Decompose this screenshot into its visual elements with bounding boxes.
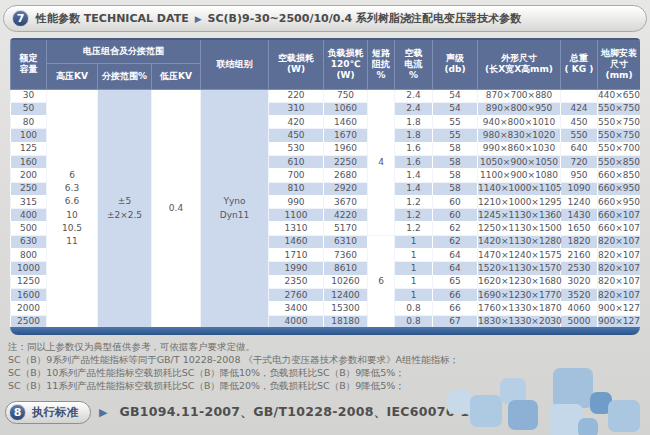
cell-foundation: 550×750 bbox=[598, 116, 640, 129]
cell-dimensions: 890×800×950 bbox=[478, 102, 561, 115]
page-subtitle: SC(B)9-30~2500/10/0.4 系列树脂浇注配电变压器技术参数 bbox=[208, 11, 521, 26]
cell-foundation: 660×950 bbox=[598, 195, 640, 208]
cell-sound-level: 62 bbox=[433, 235, 478, 248]
cell-no-load-current: 1.2 bbox=[395, 209, 433, 222]
cell-weight: 640 bbox=[561, 142, 598, 155]
cell-no-load-loss: 810 bbox=[269, 182, 324, 195]
table-bottom-accent-bar bbox=[10, 327, 640, 335]
cell-load-loss: 2680 bbox=[324, 169, 368, 182]
cell-no-load-current: 1.6 bbox=[395, 155, 433, 168]
cell-no-load-loss: 990 bbox=[269, 195, 324, 208]
cell-sound-level: 58 bbox=[433, 169, 478, 182]
cell-dimensions: 1690×1230×1770 bbox=[478, 288, 561, 301]
cell-capacity: 125 bbox=[11, 142, 47, 155]
decor-square bbox=[447, 390, 471, 414]
cell-foundation: 820×1070 bbox=[598, 262, 640, 275]
spec-table-body: 3066.36.61010.511±5±2×2.50.4YynoDyn11220… bbox=[11, 89, 641, 328]
cell-capacity: 160 bbox=[11, 155, 47, 168]
cell-foundation: 820×1070 bbox=[598, 288, 640, 301]
cell-weight: 550 bbox=[561, 129, 598, 142]
col-header-dimensions: 外形尺寸 (长X宽X高mm) bbox=[478, 39, 561, 89]
decor-square bbox=[553, 368, 593, 408]
cell-no-load-current: 1 bbox=[395, 249, 433, 262]
cell-sound-level: 54 bbox=[433, 89, 478, 102]
cell-no-load-current: 1 bbox=[395, 288, 433, 301]
cell-load-loss: 10260 bbox=[324, 275, 368, 288]
decor-square bbox=[470, 395, 502, 427]
note-line: 注：同以上参数仅为典型值供参考，可依据客户要求定做。 bbox=[8, 340, 459, 353]
cell-load-loss: 15300 bbox=[324, 302, 368, 315]
cell-weight: 2530 bbox=[561, 262, 598, 275]
col-header-foundation: 地脚安装 尺寸(mm) bbox=[598, 39, 640, 89]
cell-dimensions: 1470×1240×1575 bbox=[478, 249, 561, 262]
cell-sound-level: 60 bbox=[433, 209, 478, 222]
cell-no-load-current: 2.4 bbox=[395, 102, 433, 115]
cell-load-loss: 7360 bbox=[324, 249, 368, 262]
spec-table-wrap: 额定 容量 电压组合及分接范围 联结组别 空载损耗 (W) 负载损耗 120℃(… bbox=[10, 38, 640, 329]
cell-no-load-loss: 310 bbox=[269, 102, 324, 115]
cell-foundation: 550×750 bbox=[598, 129, 640, 142]
decor-square bbox=[608, 400, 640, 432]
cell-foundation: 900×1270 bbox=[598, 302, 640, 315]
cell-weight: 1650 bbox=[561, 222, 598, 235]
cell-no-load-loss: 3400 bbox=[269, 302, 324, 315]
cell-weight: 1240 bbox=[561, 195, 598, 208]
cell-load-loss: 1670 bbox=[324, 129, 368, 142]
cell-no-load-loss: 420 bbox=[269, 116, 324, 129]
notes-block: 注：同以上参数仅为典型值供参考，可依据客户要求定做。SC（B）9系列产品性能指标… bbox=[8, 340, 459, 392]
section-title-bar: 7 性能参数 TECHNICAL DATE ▶ SC(B)9-30~2500/1… bbox=[3, 5, 647, 32]
cell-load-loss: 750 bbox=[324, 89, 368, 102]
spec-table: 额定 容量 电压组合及分接范围 联结组别 空载损耗 (W) 负载损耗 120℃(… bbox=[10, 38, 640, 329]
cell-lv-kv: 0.4 bbox=[152, 89, 201, 328]
cell-weight: 2160 bbox=[561, 249, 598, 262]
cell-dimensions: 1100×900×1080 bbox=[478, 169, 561, 182]
col-header-capacity: 额定 容量 bbox=[11, 39, 47, 89]
col-header-no-load-current: 空载 电流 % bbox=[395, 39, 433, 89]
cell-no-load-loss: 2350 bbox=[269, 275, 324, 288]
cell-sound-level: 65 bbox=[433, 275, 478, 288]
cell-no-load-loss: 1310 bbox=[269, 222, 324, 235]
cell-dimensions: 1420×1130×1280 bbox=[478, 235, 561, 248]
cell-sound-level: 64 bbox=[433, 262, 478, 275]
standards-label: 执行标准 bbox=[32, 405, 78, 420]
cell-dimensions: 1245×1130×1360 bbox=[478, 209, 561, 222]
cell-capacity: 400 bbox=[11, 209, 47, 222]
cell-no-load-current: 1.4 bbox=[395, 169, 433, 182]
cell-weight: 4060 bbox=[561, 302, 598, 315]
cell-no-load-current: 1.6 bbox=[395, 142, 433, 155]
cell-impedance: 4 bbox=[368, 89, 395, 235]
cell-dimensions: 1140×1000×1105 bbox=[478, 182, 561, 195]
standards-bar: 8 执行标准 ▶ GB1094.11-2007、GB/T10228-2008、I… bbox=[5, 401, 478, 424]
cell-capacity: 200 bbox=[11, 169, 47, 182]
cell-weight: 3020 bbox=[561, 275, 598, 288]
cell-sound-level: 66 bbox=[433, 288, 478, 301]
cell-hv-kv: 66.36.61010.511 bbox=[47, 89, 98, 328]
cell-no-load-current: 1.8 bbox=[395, 116, 433, 129]
cell-weight: 1820 bbox=[561, 235, 598, 248]
cell-foundation: 550×750 bbox=[598, 102, 640, 115]
cell-no-load-loss: 450 bbox=[269, 129, 324, 142]
cell-sound-level: 66 bbox=[433, 302, 478, 315]
cell-no-load-current: 1.2 bbox=[395, 222, 433, 235]
cell-no-load-loss: 700 bbox=[269, 169, 324, 182]
cell-dimensions: 990×860×1030 bbox=[478, 142, 561, 155]
cell-sound-level: 58 bbox=[433, 142, 478, 155]
cell-dimensions: 1760×1330×1870 bbox=[478, 302, 561, 315]
cell-sound-level: 54 bbox=[433, 102, 478, 115]
col-header-tap: 分接范围% bbox=[98, 63, 152, 89]
cell-no-load-current: 2.4 bbox=[395, 89, 433, 102]
col-header-impedance: 短路 阻抗 % bbox=[368, 39, 395, 89]
cell-dimensions: 980×830×1020 bbox=[478, 129, 561, 142]
cell-foundation: 550×850 bbox=[598, 155, 640, 168]
cell-weight: 950 bbox=[561, 169, 598, 182]
cell-sound-level: 62 bbox=[433, 222, 478, 235]
cell-no-load-loss: 1460 bbox=[269, 235, 324, 248]
cell-dimensions: 1210×1000×1295 bbox=[478, 195, 561, 208]
datasheet-page: 7 性能参数 TECHNICAL DATE ▶ SC(B)9-30~2500/1… bbox=[0, 0, 650, 435]
page-title: 性能参数 TECHNICAL DATE bbox=[36, 11, 189, 26]
cell-capacity: 100 bbox=[11, 129, 47, 142]
standards-pill: 8 执行标准 bbox=[5, 401, 91, 424]
cell-load-loss: 12400 bbox=[324, 288, 368, 301]
cell-capacity: 2000 bbox=[11, 302, 47, 315]
cell-capacity: 500 bbox=[11, 222, 47, 235]
